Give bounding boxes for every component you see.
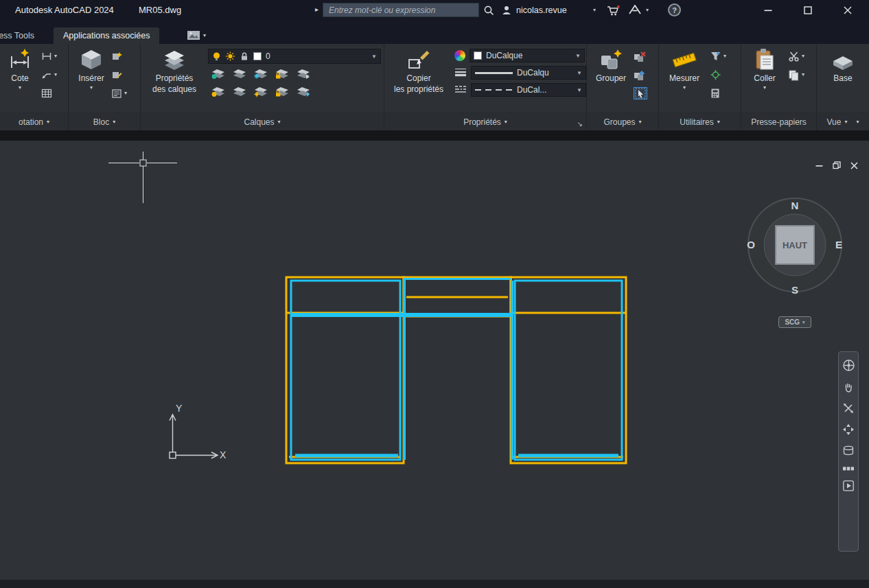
viewcube-east[interactable]: E bbox=[835, 239, 842, 250]
autodesk-logo-icon[interactable] bbox=[629, 5, 641, 14]
autodesk-menu-caret-icon[interactable]: ▾ bbox=[646, 7, 649, 13]
tab-express-tools[interactable]: ress Tools bbox=[0, 27, 44, 44]
viewcube[interactable]: HAUT N E S O bbox=[743, 192, 846, 309]
panel-label-groupes[interactable]: Groupes ▾ bbox=[587, 113, 658, 130]
leader-button[interactable]: ▾ bbox=[41, 69, 57, 81]
annotation-label-text: otation bbox=[19, 117, 43, 127]
caret-icon: ▾ bbox=[802, 72, 804, 78]
color-combo[interactable]: DuCalque ▼ bbox=[470, 49, 585, 62]
measure-ruler-icon bbox=[672, 47, 697, 72]
minimize-button[interactable] bbox=[763, 6, 773, 14]
group-edit-button[interactable] bbox=[634, 69, 647, 81]
layer-isolate-button[interactable] bbox=[211, 67, 226, 82]
dimension-button[interactable]: Cote ▾ bbox=[0, 44, 40, 113]
drawing-canvas[interactable]: Y X bbox=[0, 141, 869, 580]
pan-icon[interactable] bbox=[842, 381, 855, 393]
crosshair-cursor bbox=[108, 152, 177, 203]
lineweight-combo[interactable]: DuCalqu ▼ bbox=[471, 66, 586, 80]
username[interactable]: nicolas.revue bbox=[516, 5, 567, 15]
quick-select-icon bbox=[710, 51, 721, 62]
layer-lock-icon bbox=[240, 51, 249, 61]
cart-icon[interactable] bbox=[607, 5, 620, 16]
id-point-button[interactable] bbox=[710, 69, 726, 81]
ucs-x-label: X bbox=[220, 449, 227, 460]
paste-clipboard-icon bbox=[752, 47, 777, 72]
layer-thaw-button[interactable] bbox=[253, 85, 268, 99]
group-button[interactable]: Grouper bbox=[591, 44, 631, 113]
maximize-button[interactable] bbox=[803, 6, 813, 14]
user-icon[interactable] bbox=[501, 5, 512, 16]
measure-button[interactable]: Mesurer ▾ bbox=[663, 44, 706, 113]
viewport-restore-button[interactable] bbox=[833, 161, 841, 169]
layer-walk-button[interactable] bbox=[296, 85, 311, 99]
viewport-close-button[interactable] bbox=[850, 162, 858, 169]
match-properties-button[interactable]: Copier les propriétés bbox=[389, 44, 449, 113]
viewcube-west[interactable]: O bbox=[747, 239, 755, 250]
ribbon-collapse-caret-icon[interactable]: ▾ bbox=[856, 119, 859, 125]
search-input[interactable] bbox=[323, 3, 479, 17]
base-view-button[interactable]: Base bbox=[824, 44, 862, 113]
table-button[interactable] bbox=[41, 87, 57, 99]
layer-unisolate-button[interactable] bbox=[232, 67, 247, 82]
cut-button[interactable]: ▾ bbox=[788, 50, 804, 62]
user-menu-caret-icon[interactable]: ▾ bbox=[593, 7, 596, 13]
viewcube-south[interactable]: S bbox=[791, 284, 798, 296]
panel-label-utilitaires[interactable]: Utilitaires ▾ bbox=[659, 113, 741, 130]
viewport-minimize-button[interactable] bbox=[815, 162, 823, 169]
layer-combo[interactable]: 0 ▼ bbox=[208, 49, 381, 64]
layer-combo-value: 0 bbox=[266, 51, 270, 61]
paste-button[interactable]: Coller ▾ bbox=[745, 44, 784, 113]
directional-pan-icon[interactable] bbox=[842, 423, 855, 436]
dimension-icon bbox=[8, 47, 32, 72]
layer-unlock-button[interactable] bbox=[275, 85, 290, 99]
layer-lock-button[interactable] bbox=[275, 67, 290, 82]
showmotion-thumbnails-icon[interactable] bbox=[842, 466, 855, 471]
quick-select-button[interactable]: ▾ bbox=[710, 50, 726, 62]
ribbon-display-toggle[interactable]: ▾ bbox=[187, 30, 206, 40]
panel-label-annotation[interactable]: otation ▾ bbox=[0, 113, 68, 130]
edit-attributes-button[interactable] bbox=[111, 69, 127, 81]
linetype-icon[interactable] bbox=[454, 84, 467, 96]
create-block-button[interactable] bbox=[111, 50, 127, 62]
panel-label-vue[interactable]: Vue ▾ ▾ bbox=[817, 113, 869, 130]
layer-properties-button[interactable]: Propriétés des calques bbox=[145, 44, 204, 113]
panel-label-calques[interactable]: Calques ▾ bbox=[141, 113, 384, 130]
command-line-strip[interactable] bbox=[0, 580, 869, 588]
3d-view-icon[interactable] bbox=[842, 445, 855, 457]
copy-clip-button[interactable]: ▾ bbox=[788, 69, 804, 81]
panel-label-proprietes[interactable]: Propriétés ▾ bbox=[384, 113, 586, 130]
layer-match-button[interactable] bbox=[296, 67, 311, 82]
vue-label-text: Vue bbox=[827, 117, 842, 127]
layer-off-button[interactable] bbox=[232, 85, 247, 99]
layer-turn-on-button[interactable] bbox=[211, 85, 226, 99]
frame-drawing bbox=[286, 277, 626, 463]
coordinate-system-menu[interactable]: SCG ▾ bbox=[778, 316, 811, 328]
panel-label-bloc[interactable]: Bloc ▾ bbox=[69, 113, 140, 130]
dialog-launcher-icon[interactable]: ↘ bbox=[577, 121, 583, 128]
frame-yellow-layer bbox=[286, 277, 626, 463]
search-icon[interactable] bbox=[483, 5, 495, 16]
group-selection-toggle[interactable] bbox=[634, 87, 647, 99]
quick-calc-button[interactable] bbox=[710, 87, 726, 99]
orbit-icon[interactable] bbox=[842, 402, 855, 414]
close-button[interactable] bbox=[843, 6, 853, 14]
ungroup-button[interactable] bbox=[634, 50, 647, 62]
panel-label-presse-papiers[interactable]: Presse-papiers bbox=[741, 113, 816, 130]
tab-applications-associees[interactable]: Applications associées bbox=[54, 27, 159, 44]
color-wheel-icon[interactable] bbox=[454, 50, 465, 61]
linetype-combo[interactable]: DuCal... ▼ bbox=[471, 83, 586, 97]
ungroup-icon bbox=[634, 51, 646, 62]
flyout-arrow-icon[interactable]: ▸ bbox=[315, 5, 318, 13]
full-navigation-wheel-icon[interactable] bbox=[842, 359, 855, 372]
manage-attributes-button[interactable]: ▾ bbox=[111, 87, 127, 99]
showmotion-play-icon[interactable] bbox=[843, 480, 854, 491]
panel-caret-icon: ▾ bbox=[113, 119, 115, 125]
insert-block-button[interactable]: Insérer ▾ bbox=[71, 44, 111, 113]
group-edit-icon bbox=[634, 69, 646, 81]
layer-freeze-button[interactable] bbox=[253, 67, 268, 82]
viewcube-top-label[interactable]: HAUT bbox=[783, 240, 807, 250]
dim-style-button[interactable]: ▾ bbox=[41, 50, 57, 62]
help-icon[interactable]: ? bbox=[668, 3, 681, 16]
viewcube-north[interactable]: N bbox=[791, 200, 799, 211]
lineweight-icon[interactable] bbox=[454, 67, 467, 79]
